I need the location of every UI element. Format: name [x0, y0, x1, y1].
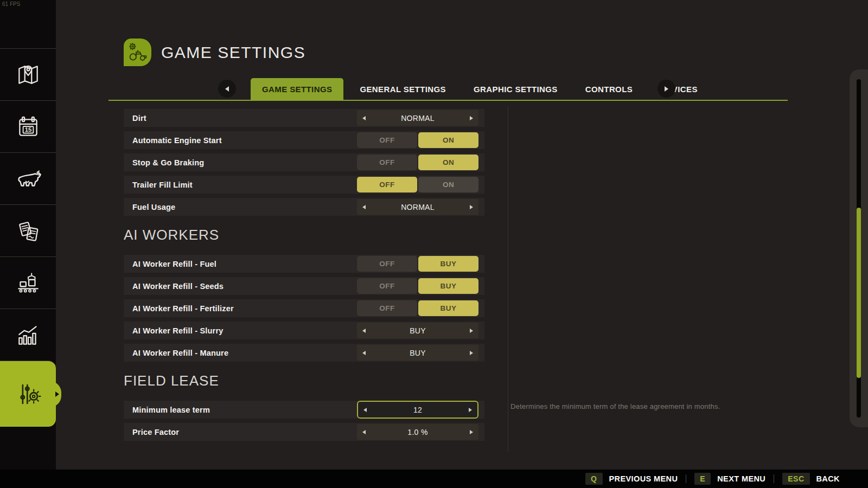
- selector-next-icon[interactable]: [470, 205, 473, 209]
- tab-underline: [108, 100, 788, 101]
- sidebar-item-statistics[interactable]: [0, 309, 56, 361]
- toggle-option-on[interactable]: ON: [418, 132, 478, 148]
- setting-row-automatic-engine-start: Automatic Engine Start OFF ON: [124, 131, 484, 149]
- footer-bar: Q PREVIOUS MENU E NEXT MENU ESC BACK: [0, 470, 868, 488]
- selector-value: BUY: [410, 326, 426, 335]
- tab-graphic-settings[interactable]: GRAPHIC SETTINGS: [462, 78, 569, 100]
- toggle-option-off[interactable]: OFF: [357, 300, 417, 316]
- automatic-engine-start-toggle: OFF ON: [357, 132, 478, 148]
- selector-prev-icon[interactable]: [362, 116, 366, 120]
- dirt-selector[interactable]: NORMAL: [357, 110, 478, 126]
- settings-icon: [14, 380, 43, 409]
- selector-next-icon[interactable]: [469, 408, 472, 412]
- hint-back[interactable]: ESC BACK: [782, 473, 840, 485]
- sidebar-item-settings[interactable]: [0, 361, 56, 427]
- sidebar-item-contracts[interactable]: [0, 204, 56, 256]
- toggle-option-on[interactable]: ON: [418, 177, 478, 192]
- arrow-right-icon: [665, 86, 668, 92]
- toggle-option-buy[interactable]: BUY: [418, 278, 478, 294]
- selector-prev-icon[interactable]: [362, 430, 366, 434]
- calendar-icon: 15: [15, 113, 42, 140]
- svg-text:15: 15: [24, 126, 31, 133]
- game-settings-screen: 61 FPS 15: [0, 0, 868, 488]
- scrollbar-track[interactable]: [850, 69, 868, 427]
- tab-controls[interactable]: CONTROLS: [574, 78, 644, 100]
- selector-value: NORMAL: [401, 203, 435, 211]
- stop-go-braking-toggle: OFF ON: [357, 155, 478, 170]
- key-badge-e: E: [694, 473, 711, 485]
- setting-row-minimum-lease-term: Minimum lease term 12: [124, 401, 484, 419]
- sidebar-item-map[interactable]: [0, 48, 56, 100]
- sidebar-spacer: [0, 0, 56, 48]
- setting-label: AI Worker Refill - Seeds: [132, 282, 224, 291]
- hint-separator: [686, 474, 686, 483]
- ai-refill-fuel-toggle: OFF BUY: [357, 256, 478, 272]
- toggle-option-off[interactable]: OFF: [357, 132, 417, 148]
- selector-prev-icon[interactable]: [363, 408, 367, 412]
- setting-row-price-factor: Price Factor 1.0 %: [124, 423, 484, 441]
- fuel-usage-selector[interactable]: NORMAL: [357, 199, 478, 215]
- sidebar-item-calendar[interactable]: 15: [0, 100, 56, 152]
- hint-label: NEXT MENU: [717, 474, 765, 483]
- arrow-left-icon: [225, 86, 229, 92]
- toggle-option-on[interactable]: ON: [418, 155, 478, 170]
- tabs-prev-button[interactable]: [218, 80, 236, 98]
- ai-refill-seeds-toggle: OFF BUY: [357, 278, 478, 294]
- fps-counter: 61 FPS: [2, 1, 20, 7]
- key-badge-esc: ESC: [782, 473, 809, 485]
- toggle-option-buy[interactable]: BUY: [418, 300, 478, 316]
- setting-row-stop-go-braking: Stop & Go Braking OFF ON: [124, 153, 484, 171]
- setting-description: Determines the minimum term of the lease…: [510, 402, 744, 410]
- selector-next-icon[interactable]: [470, 430, 473, 434]
- selector-prev-icon[interactable]: [362, 205, 366, 209]
- selector-prev-icon[interactable]: [362, 351, 366, 355]
- active-item-arrow-icon: [55, 391, 59, 397]
- minimum-lease-term-selector[interactable]: 12: [357, 401, 478, 419]
- toggle-option-off[interactable]: OFF: [357, 278, 417, 294]
- sidebar-item-production[interactable]: [0, 256, 56, 309]
- selector-next-icon[interactable]: [470, 116, 473, 120]
- setting-row-ai-refill-seeds: AI Worker Refill - Seeds OFF BUY: [124, 277, 484, 295]
- toggle-option-off[interactable]: OFF: [357, 155, 417, 170]
- hint-previous-menu[interactable]: Q PREVIOUS MENU: [585, 473, 678, 485]
- hint-next-menu[interactable]: E NEXT MENU: [694, 473, 765, 485]
- content-divider: [508, 107, 508, 452]
- page-icon-badge: [124, 38, 151, 66]
- trailer-fill-limit-toggle: OFF ON: [357, 177, 478, 192]
- setting-label: Automatic Engine Start: [132, 136, 222, 145]
- setting-label: AI Worker Refill - Fertilizer: [132, 304, 234, 313]
- toggle-option-buy[interactable]: BUY: [418, 256, 478, 272]
- selector-next-icon[interactable]: [470, 329, 473, 333]
- selector-value: BUY: [410, 349, 426, 357]
- ai-refill-slurry-selector[interactable]: BUY: [357, 323, 478, 338]
- selector-prev-icon[interactable]: [362, 329, 366, 333]
- setting-label: AI Worker Refill - Manure: [132, 349, 228, 357]
- toggle-option-off[interactable]: OFF: [357, 256, 417, 272]
- ai-refill-fertilizer-toggle: OFF BUY: [357, 300, 478, 316]
- setting-label: AI Worker Refill - Fuel: [132, 260, 216, 268]
- setting-label: Trailer Fill Limit: [132, 181, 193, 189]
- setting-row-dirt: Dirt NORMAL: [124, 109, 484, 127]
- toggle-option-off[interactable]: OFF: [357, 177, 417, 192]
- setting-label: AI Worker Refill - Slurry: [132, 326, 224, 335]
- tabs-next-button[interactable]: [658, 80, 675, 98]
- tab-game-settings[interactable]: GAME SETTINGS: [251, 78, 343, 100]
- tab-general-settings[interactable]: GENERAL SETTINGS: [348, 78, 457, 100]
- setting-label: Stop & Go Braking: [132, 158, 204, 167]
- production-icon: [15, 269, 42, 297]
- settings-list: Dirt NORMAL Automatic Engine Start OFF O…: [124, 109, 484, 445]
- key-badge-q: Q: [585, 473, 602, 485]
- setting-row-trailer-fill-limit: Trailer Fill Limit OFF ON: [124, 176, 484, 194]
- sidebar-item-animals[interactable]: [0, 152, 56, 204]
- selector-value: 1.0 %: [407, 428, 427, 436]
- contracts-icon: [15, 217, 42, 245]
- selector-value: NORMAL: [401, 114, 435, 123]
- ai-refill-manure-selector[interactable]: BUY: [357, 345, 478, 361]
- section-heading-field-lease: FIELD LEASE: [124, 373, 484, 389]
- scrollbar-thumb[interactable]: [857, 208, 861, 378]
- selector-next-icon[interactable]: [470, 351, 473, 355]
- cow-icon: [14, 165, 42, 193]
- price-factor-selector[interactable]: 1.0 %: [357, 424, 478, 440]
- setting-row-ai-refill-fertilizer: AI Worker Refill - Fertilizer OFF BUY: [124, 299, 484, 317]
- hint-separator: [774, 474, 774, 483]
